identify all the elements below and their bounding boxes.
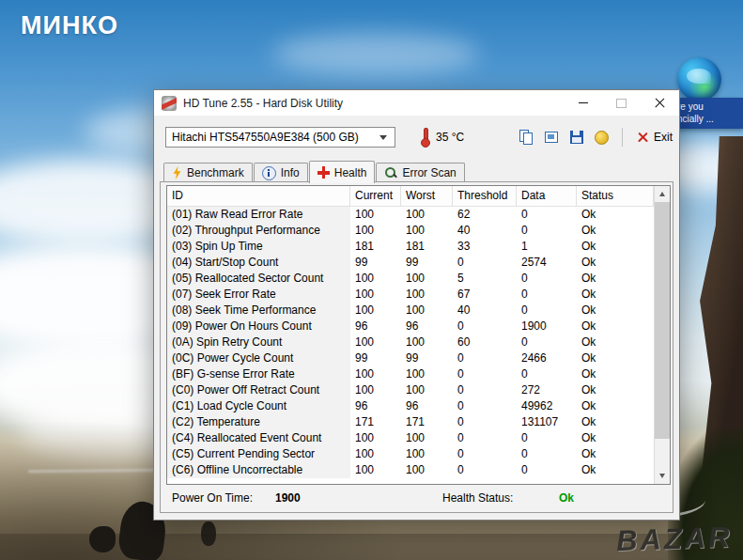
temperature-value: 35 °C — [436, 131, 464, 144]
table-row[interactable]: (BF) G-sense Error Rate10010000Ok — [167, 366, 654, 382]
close-button[interactable] — [641, 90, 679, 116]
close-icon — [655, 98, 665, 108]
table-row[interactable]: (03) Spin Up Time181181331Ok — [167, 239, 654, 255]
table-cell: 0 — [453, 462, 517, 478]
title-bar[interactable]: HD Tune 2.55 - Hard Disk Utility — [154, 90, 679, 116]
table-cell: 96 — [401, 398, 453, 414]
table-cell: Ok — [577, 382, 654, 398]
table-cell: 40 — [453, 303, 517, 319]
table-row[interactable]: (05) Reallocated Sector Count10010050Ok — [167, 271, 654, 287]
table-cell: 1 — [517, 239, 577, 255]
exit-icon — [638, 132, 648, 143]
copy-icon — [519, 130, 534, 145]
table-cell: 100 — [350, 334, 401, 350]
window-title: HD Tune 2.55 - Hard Disk Utility — [183, 97, 564, 110]
chevron-down-icon — [379, 135, 387, 140]
cloud-decoration — [272, 33, 479, 75]
table-cell: 100 — [350, 382, 401, 398]
column-header-worst[interactable]: Worst — [401, 186, 453, 206]
tab-health[interactable]: Health — [309, 161, 376, 183]
table-cell: 1900 — [517, 319, 577, 334]
table-row[interactable]: (09) Power On Hours Count969601900Ok — [167, 319, 654, 334]
table-cell: (BF) G-sense Error Rate — [167, 366, 350, 382]
table-row[interactable]: (0A) Spin Retry Count100100600Ok — [167, 334, 654, 350]
tab-error-scan[interactable]: Error Scan — [376, 163, 464, 182]
table-cell: 100 — [401, 462, 453, 478]
scroll-up-button[interactable] — [655, 186, 670, 202]
table-cell: (C4) Reallocated Event Count — [167, 430, 350, 446]
table-row[interactable]: (C1) Load Cycle Count9696049962Ok — [167, 398, 654, 414]
table-row[interactable]: (C0) Power Off Retract Count1001000272Ok — [167, 382, 654, 398]
table-cell: 0 — [453, 319, 517, 334]
column-header-status[interactable]: Status — [577, 186, 654, 206]
tab-info[interactable]: Info — [254, 163, 308, 182]
copy-screenshot-button[interactable] — [542, 129, 560, 147]
save-button[interactable] — [567, 129, 585, 147]
edge-browser-icon[interactable] — [677, 57, 721, 101]
tab-info-label: Info — [281, 166, 300, 179]
minimize-button[interactable] — [564, 90, 602, 116]
table-row[interactable]: (C4) Reallocated Event Count10010000Ok — [167, 430, 654, 446]
drive-select[interactable]: Hitachi HTS547550A9E384 (500 GB) — [165, 127, 395, 148]
table-cell: Ok — [577, 223, 654, 239]
table-cell: 0 — [517, 462, 577, 478]
table-cell: (0A) Spin Retry Count — [167, 334, 350, 350]
table-cell: (04) Start/Stop Count — [167, 255, 350, 271]
table-cell: 171 — [350, 414, 401, 430]
table-row[interactable]: (0C) Power Cycle Count999902466Ok — [167, 350, 654, 366]
maximize-button[interactable] — [602, 90, 641, 116]
edge-notification[interactable]: re you ncially ... — [674, 98, 743, 129]
column-header-id[interactable]: ID — [167, 186, 350, 206]
exit-button[interactable]: Exit — [634, 131, 676, 144]
table-cell: (05) Reallocated Sector Count — [167, 271, 350, 287]
tab-health-label: Health — [334, 166, 367, 179]
table-cell: 100 — [350, 287, 401, 303]
table-cell: (09) Power On Hours Count — [167, 319, 350, 334]
hdtune-window: HD Tune 2.55 - Hard Disk Utility Hitachi… — [153, 89, 680, 521]
export-button[interactable] — [593, 129, 611, 147]
scrollbar-thumb[interactable] — [655, 202, 670, 439]
table-row[interactable]: (04) Start/Stop Count999902574Ok — [167, 255, 654, 271]
column-header-data[interactable]: Data — [517, 186, 577, 206]
table-cell: 0 — [517, 271, 577, 287]
smart-attributes-table: IDCurrentWorstThresholdDataStatus (01) R… — [166, 185, 671, 485]
table-row[interactable]: (07) Seek Error Rate100100670Ok — [167, 287, 654, 303]
table-row[interactable]: (C5) Current Pending Sector10010000Ok — [167, 446, 654, 462]
table-cell: Ok — [577, 350, 654, 366]
table-cell: 131107 — [517, 414, 577, 430]
table-row[interactable]: (08) Seek Time Performance100100400Ok — [167, 303, 654, 319]
tab-error-scan-label: Error Scan — [402, 166, 456, 179]
table-cell: 0 — [517, 223, 577, 239]
table-cell: (C1) Load Cycle Count — [167, 398, 350, 414]
column-header-threshold[interactable]: Threshold — [453, 186, 517, 206]
tab-benchmark[interactable]: Benchmark — [163, 163, 253, 182]
scroll-down-button[interactable] — [655, 468, 670, 484]
table-cell: 272 — [517, 382, 577, 398]
table-cell: 100 — [401, 207, 453, 223]
tab-benchmark-label: Benchmark — [187, 166, 244, 179]
table-row[interactable]: (C6) Offline Uncorrectable10010000Ok — [167, 462, 654, 478]
power-on-time-label: Power On Time: — [172, 491, 253, 505]
table-row[interactable]: (02) Throughput Performance100100400Ok — [167, 223, 654, 239]
column-header-current[interactable]: Current — [350, 186, 401, 206]
table-cell: 0 — [453, 366, 517, 382]
table-row[interactable]: (01) Raw Read Error Rate100100620Ok — [167, 207, 654, 223]
table-cell: Ok — [577, 430, 654, 446]
arrow-down-icon — [659, 474, 665, 478]
copy-text-button[interactable] — [517, 129, 534, 147]
table-cell: (07) Seek Error Rate — [167, 287, 350, 303]
table-cell: 0 — [453, 398, 517, 414]
table-row[interactable]: (C2) Temperature1711710131107Ok — [167, 414, 654, 430]
table-cell: 96 — [350, 398, 401, 414]
table-cell: 0 — [517, 303, 577, 319]
status-footer: Power On Time: 1900 Health Status: Ok — [161, 491, 673, 508]
hdtune-app-icon — [162, 96, 177, 111]
table-cell: 181 — [401, 239, 453, 255]
toolbar: Hitachi HTS547550A9E384 (500 GB) 35 °C E… — [154, 116, 679, 158]
vertical-scrollbar[interactable] — [654, 186, 670, 484]
table-cell: 99 — [350, 255, 401, 271]
table-cell: 0 — [453, 446, 517, 462]
drive-select-value: Hitachi HTS547550A9E384 (500 GB) — [172, 131, 359, 144]
table-cell: Ok — [577, 255, 654, 271]
table-cell: 96 — [401, 319, 453, 334]
